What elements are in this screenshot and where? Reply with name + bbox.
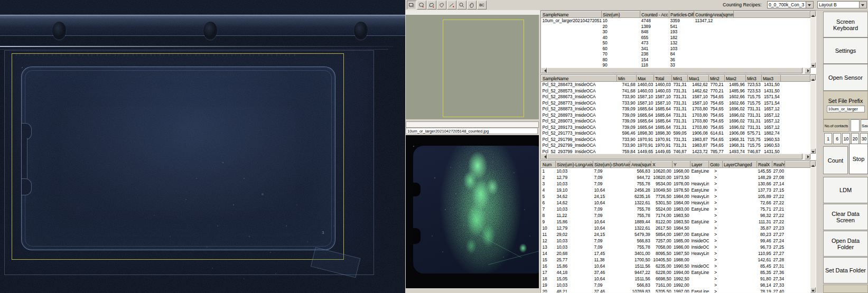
table-cell[interactable]: 1696,02	[725, 118, 746, 125]
table-cell[interactable]	[723, 168, 757, 175]
table-cell[interactable]: 15,05	[556, 276, 593, 282]
vertical-scrollbar[interactable]	[810, 11, 816, 68]
table-cell[interactable]	[723, 276, 757, 282]
table-cell[interactable]: 1685,64	[654, 118, 672, 125]
table-cell[interactable]	[694, 46, 734, 52]
table-cell[interactable]: 1992,50	[673, 276, 690, 282]
table-row[interactable]: 1129,0224,155479,395854,001987,00EasyLin…	[542, 231, 810, 238]
table-cell[interactable]: 1978,00	[673, 181, 690, 187]
table-cell[interactable]: >	[709, 263, 723, 269]
table-cell[interactable]: 1485,96	[725, 82, 746, 88]
table-cell[interactable]: 1485,96	[725, 88, 746, 94]
table-cell[interactable]	[734, 29, 810, 35]
table-cell[interactable]: 7,09	[593, 174, 630, 181]
table-cell[interactable]: >	[709, 257, 723, 263]
table-cell[interactable]: 1460,03	[654, 88, 672, 94]
column-header[interactable]: Layer	[690, 162, 709, 168]
contacts-1-button[interactable]: 1	[824, 133, 832, 144]
table-cell[interactable]	[542, 51, 602, 57]
table-cell[interactable]: 6235,00	[651, 263, 673, 269]
table-cell[interactable]: 7,09	[593, 238, 630, 244]
table-cell[interactable]: 754,65	[709, 100, 725, 107]
table-cell[interactable]: 14	[542, 250, 556, 257]
table-cell[interactable]: 1511,56	[630, 263, 651, 269]
column-header[interactable]: Total	[654, 75, 672, 82]
table-cell[interactable]: 25,77	[556, 257, 593, 263]
table-cell[interactable]: >	[709, 174, 723, 181]
table-cell[interactable]: 78,19	[757, 288, 772, 293]
table-cell[interactable]: 1983,00	[673, 206, 690, 212]
table-cell[interactable]	[542, 57, 602, 63]
count-button[interactable]: Count	[823, 146, 848, 174]
scroll-right-icon[interactable]	[805, 154, 810, 159]
table-cell[interactable]: 8122,00	[651, 219, 673, 225]
contacts-20-button[interactable]: 20	[851, 133, 859, 144]
table-cell[interactable]: 85,35	[757, 269, 772, 276]
table-row[interactable]: 60341103	[542, 46, 810, 52]
table-cell[interactable]	[781, 82, 810, 88]
table-cell[interactable]: 15,86	[556, 219, 593, 225]
table-cell[interactable]: >	[709, 276, 723, 282]
save-button[interactable]: Save	[861, 119, 868, 132]
table-cell[interactable]: 1898,30	[637, 130, 654, 137]
table-cell[interactable]	[542, 46, 602, 52]
table-cell[interactable]: 731,31	[746, 106, 762, 112]
table-cell[interactable]: 715,75	[746, 137, 762, 143]
table-cell[interactable]: InsideOCA	[690, 244, 709, 250]
table-cell[interactable]: 75,71	[757, 206, 772, 212]
table-cell[interactable]: Pcl_52_291799_InsideOCA	[542, 137, 617, 143]
table-cell[interactable]: 1970,91	[637, 143, 654, 149]
table-cell[interactable]: 1988,00	[673, 257, 690, 263]
table-cell[interactable]: 2	[542, 174, 556, 181]
table-cell[interactable]: 1968,00	[673, 168, 690, 175]
table-cell[interactable]: 7726,50	[651, 193, 673, 200]
table-row[interactable]: 710,037,09755,785524,001983,00EasyLiner>…	[542, 206, 810, 212]
table-cell[interactable]: 1703,80	[688, 118, 709, 125]
table-cell[interactable]: 80,23	[757, 231, 772, 238]
table-cell[interactable]: 111,31	[757, 219, 772, 225]
table-row[interactable]: 1310,037,09755,787058,001986,00InsideOCA…	[542, 244, 810, 250]
table-cell[interactable]: 17,45	[593, 250, 630, 257]
table-cell[interactable]: 142,61	[757, 257, 772, 263]
table-cell[interactable]: 8095,50	[651, 250, 673, 257]
table-cell[interactable]: 754,65	[709, 125, 725, 131]
table-cell[interactable]: 7058,00	[651, 244, 673, 250]
table-cell[interactable]	[781, 100, 810, 107]
table-cell[interactable]	[734, 51, 810, 57]
table-cell[interactable]: 1968,31	[725, 137, 746, 143]
table-cell[interactable]: 755,78	[630, 206, 651, 212]
column-header[interactable]: Goto	[709, 162, 723, 168]
table-cell[interactable]: 27,27	[772, 250, 785, 257]
table-cell[interactable]	[723, 269, 757, 276]
table-cell[interactable]: 27,22	[772, 193, 785, 200]
table-cell[interactable]: 1978,50	[673, 187, 690, 193]
table-cell[interactable]: 10,64	[593, 276, 630, 282]
table-cell[interactable]: 27,36	[772, 269, 785, 276]
table-cell[interactable]: 7,09	[593, 212, 630, 219]
column-header[interactable]: Size(um)-ShortAxis	[593, 162, 630, 168]
table-cell[interactable]: 10,03	[556, 206, 593, 212]
table-cell[interactable]: 731,31	[672, 82, 688, 88]
table-cell[interactable]: 731,31	[672, 112, 688, 119]
table-cell[interactable]: 731,31	[672, 143, 688, 149]
table-cell[interactable]	[785, 231, 810, 238]
table-cell[interactable]: 9447,22	[630, 269, 651, 276]
table-cell[interactable]	[785, 200, 810, 206]
table-cell[interactable]: 10620,00	[651, 168, 673, 175]
table-cell[interactable]	[723, 219, 757, 225]
table-row[interactable]: 1012,7910,641322,612617,501984,50>35,872…	[542, 225, 810, 231]
scroll-left-icon[interactable]	[541, 68, 547, 73]
table-cell[interactable]: 145,55	[757, 168, 772, 175]
table-cell[interactable]: >	[709, 288, 723, 293]
table-cell[interactable]: 1685,64	[654, 106, 672, 112]
table-cell[interactable]	[785, 174, 810, 181]
table-cell[interactable]	[723, 206, 757, 212]
table-cell[interactable]: 1431,50	[762, 82, 781, 88]
table-cell[interactable]: 148,29	[757, 174, 772, 181]
table-cell[interactable]: 1587,10	[688, 94, 709, 100]
table-cell[interactable]	[785, 276, 810, 282]
table-cell[interactable]: 7,09	[593, 168, 630, 175]
table-row[interactable]: 1525,7711,381700,5010405,501988,00>142,6…	[542, 257, 810, 263]
table-cell[interactable]: 733,90	[617, 100, 637, 107]
table-cell[interactable]	[542, 35, 602, 41]
